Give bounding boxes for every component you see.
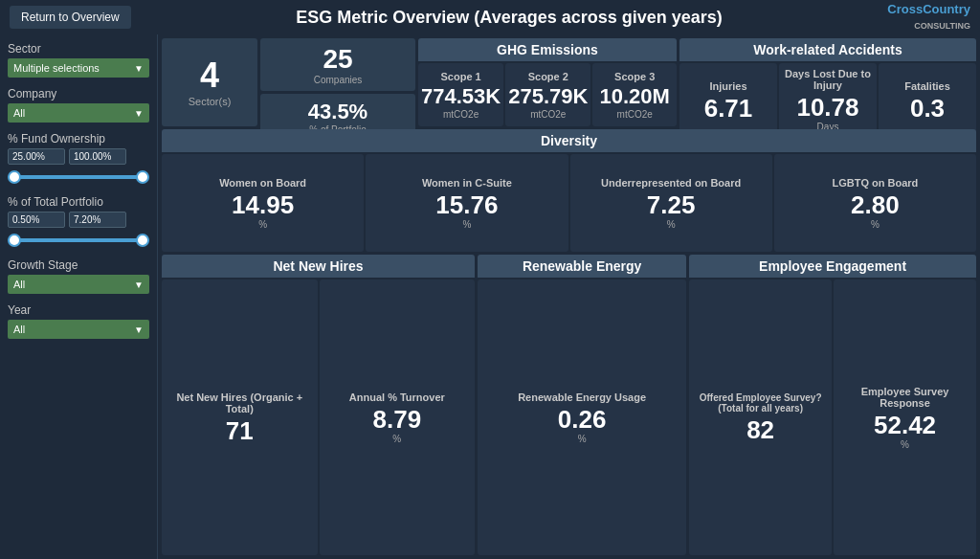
company-select[interactable]: All ▼ — [8, 103, 149, 123]
women-csuite-card: Women in C-Suite 15.76 % — [366, 154, 568, 252]
scope3-value: 10.20M — [599, 86, 669, 107]
days-lost-label: Days Lost Due to Injury — [782, 68, 874, 91]
turnover-unit: % — [392, 434, 401, 444]
scope1-unit: mtCO2e — [443, 109, 479, 120]
renewable-usage-card: Renewable Energy Usage 0.26 % — [478, 280, 686, 555]
organic-hires-value: 71 — [226, 418, 254, 443]
women-csuite-label: Women in C-Suite — [422, 177, 512, 189]
portfolio-max-input[interactable] — [69, 212, 126, 228]
organic-hires-card: Net New Hires (Organic + Total) 71 — [162, 280, 318, 555]
main-layout: Sector Multiple selections ▼ Company All… — [0, 34, 980, 559]
days-lost-card: Days Lost Due to Injury 10.78 Days — [779, 63, 877, 137]
chevron-down-icon: ▼ — [134, 63, 144, 74]
underrep-unit: % — [667, 219, 676, 230]
logo-brand: CrossCountry — [887, 2, 970, 16]
page-title: ESG Metric Overview (Averages across giv… — [131, 8, 888, 28]
diversity-header: Diversity — [162, 129, 976, 152]
fatalities-card: Fatalities 0.3 — [879, 63, 976, 137]
survey-response-unit: % — [901, 439, 909, 450]
logo-sub: CONSULTING — [914, 21, 970, 31]
survey-response-card: Employee Survey Response 52.42 % — [834, 280, 976, 555]
scope1-card: Scope 1 774.53K mtCO2e — [418, 63, 503, 126]
companies-count: 25 — [323, 44, 352, 75]
return-button[interactable]: Return to Overview — [10, 6, 131, 29]
survey-offered-value: 82 — [746, 417, 774, 442]
women-board-card: Women on Board 14.95 % — [162, 154, 364, 252]
content-area: 4 Sector(s) 25 Companies 43.5% % of Port… — [158, 34, 980, 559]
scope2-label: Scope 2 — [528, 71, 568, 82]
portfolio-filter: % of Total Portfolio — [8, 195, 149, 249]
women-board-value: 14.95 — [232, 192, 294, 217]
turnover-label: Annual % Turnover — [349, 391, 445, 403]
lgbtq-value: 2.80 — [851, 192, 900, 217]
portfolio-pct: 43.5% — [308, 100, 368, 124]
survey-offered-card: Offered Employee Survey? (Total for all … — [689, 280, 832, 555]
survey-offered-label: Offered Employee Survey? (Total for all … — [692, 392, 829, 414]
chevron-down-icon: ▼ — [134, 324, 144, 335]
portfolio-slider[interactable] — [8, 232, 149, 249]
women-board-label: Women on Board — [219, 177, 306, 189]
fund-max-input[interactable] — [69, 148, 126, 165]
net-new-hires-header: Net New Hires — [162, 255, 475, 278]
scope3-unit: mtCO2e — [617, 109, 653, 120]
chevron-down-icon: ▼ — [134, 280, 144, 290]
year-label: Year — [8, 303, 149, 317]
ghg-header: GHG Emissions — [418, 38, 677, 61]
portfolio-slider-right-thumb[interactable] — [136, 234, 149, 247]
underrep-label: Underrepresented on Board — [601, 177, 741, 189]
fatalities-value: 0.3 — [910, 96, 945, 121]
fund-slider-left-thumb[interactable] — [8, 170, 21, 184]
sector-select[interactable]: Multiple selections ▼ — [8, 58, 149, 78]
sidebar: Sector Multiple selections ▼ Company All… — [0, 34, 158, 559]
women-csuite-unit: % — [462, 219, 471, 230]
growth-select[interactable]: All ▼ — [8, 275, 149, 294]
portfolio-label: % of Total Portfolio — [8, 195, 149, 209]
lgbtq-card: LGBTQ on Board 2.80 % — [774, 154, 976, 252]
women-board-unit: % — [258, 219, 267, 230]
header: Return to Overview ESG Metric Overview (… — [0, 0, 980, 34]
renewable-usage-value: 0.26 — [558, 407, 607, 432]
scope2-value: 275.79K — [508, 86, 588, 107]
year-filter: Year All ▼ — [8, 303, 149, 339]
growth-stage-label: Growth Stage — [8, 258, 149, 272]
renewable-usage-unit: % — [578, 434, 587, 444]
accidents-header: Work-related Accidents — [679, 38, 976, 61]
logo: CrossCountry CONSULTING — [887, 2, 970, 33]
portfolio-min-input[interactable] — [8, 212, 65, 228]
days-lost-value: 10.78 — [796, 95, 858, 120]
employee-engagement-header: Employee Engagement — [689, 255, 976, 278]
injuries-value: 6.71 — [704, 96, 753, 121]
scope2-unit: mtCO2e — [530, 109, 566, 120]
sectors-card: 4 Sector(s) — [162, 38, 257, 126]
turnover-card: Annual % Turnover 8.79 % — [320, 280, 476, 555]
companies-label: Companies — [314, 75, 363, 85]
fatalities-label: Fatalities — [904, 80, 950, 92]
sector-filter: Sector Multiple selections ▼ — [8, 42, 149, 78]
scope3-label: Scope 3 — [614, 71, 655, 82]
scope3-card: Scope 3 10.20M mtCO2e — [592, 63, 677, 126]
survey-response-value: 52.42 — [874, 413, 936, 437]
sectors-count: 4 — [200, 58, 219, 93]
chevron-down-icon: ▼ — [134, 108, 144, 119]
fund-min-input[interactable] — [8, 148, 65, 165]
fund-ownership-filter: % Fund Ownership — [8, 132, 149, 186]
fund-slider-right-thumb[interactable] — [136, 170, 149, 184]
injuries-label: Injuries — [709, 80, 746, 92]
scope2-card: Scope 2 275.79K mtCO2e — [505, 63, 590, 126]
fund-ownership-label: % Fund Ownership — [8, 132, 149, 145]
turnover-value: 8.79 — [373, 407, 422, 432]
fund-slider[interactable] — [8, 168, 149, 186]
injuries-card: Injuries 6.71 — [679, 63, 777, 137]
growth-stage-filter: Growth Stage All ▼ — [8, 258, 149, 294]
lgbtq-unit: % — [871, 219, 880, 230]
year-select[interactable]: All ▼ — [8, 320, 149, 339]
underrep-card: Underrepresented on Board 7.25 % — [570, 154, 772, 252]
scope1-label: Scope 1 — [441, 71, 481, 82]
companies-card: 25 Companies — [260, 38, 415, 91]
renewable-header: Renewable Energy — [478, 255, 686, 278]
organic-hires-label: Net New Hires (Organic + Total) — [165, 391, 315, 414]
survey-response-label: Employee Survey Response — [836, 386, 973, 409]
portfolio-slider-left-thumb[interactable] — [8, 234, 21, 247]
company-filter: Company All ▼ — [8, 87, 149, 123]
sector-label: Sector — [8, 42, 149, 56]
